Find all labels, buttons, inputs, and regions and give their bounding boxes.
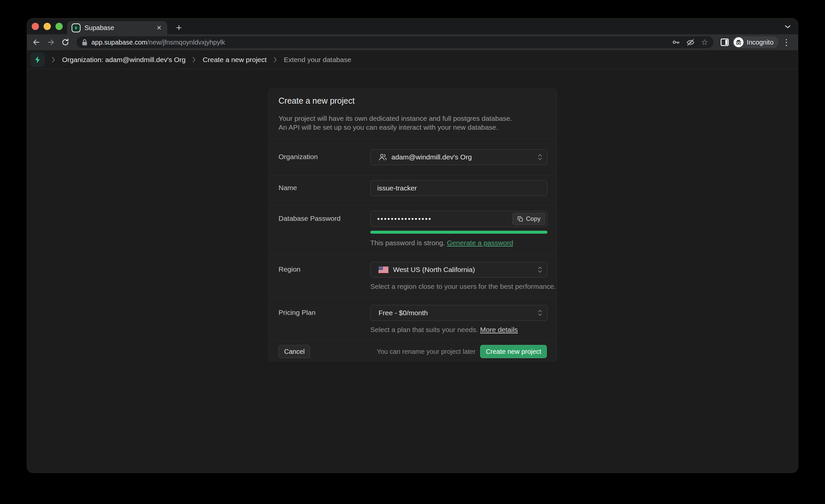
select-chevron-icon [538,149,542,165]
create-new-project-button[interactable]: Create new project [480,345,547,358]
chevron-right-icon [192,57,196,63]
eye-hidden-icon[interactable] [686,38,695,47]
region-label: Region [279,265,301,273]
tab-search-chevron-icon[interactable] [783,22,792,31]
create-project-card: Create a new project Your project will h… [268,88,557,361]
copy-label: Copy [526,215,540,222]
password-strength-text: This password is strong. [370,239,445,246]
browser-menu-icon[interactable]: ⋮ [780,37,793,48]
description-line-2: An API will be set up so you can easily … [279,123,512,132]
organization-label: Organization [279,153,318,161]
description-line-1: Your project will have its own dedicated… [279,114,512,123]
section-divider [269,205,557,205]
breadcrumb-extend-database: Extend your database [284,56,351,64]
password-key-icon[interactable] [672,38,680,47]
project-name-input[interactable]: issue-tracker [370,180,547,196]
password-strength-row: This password is strong. Generate a pass… [370,239,513,247]
page-title: Create a new project [279,96,355,105]
app-header: Organization: adam@windmill.dev's Org Cr… [27,50,798,69]
chevron-right-icon [52,57,56,63]
close-window-button[interactable] [32,23,39,30]
chevron-right-icon [273,57,277,63]
new-tab-button[interactable]: + [173,22,185,34]
supabase-logo[interactable] [30,53,45,67]
incognito-icon [734,37,744,47]
breadcrumb-create-project[interactable]: Create a new project [203,56,267,64]
region-value: West US (North California) [393,266,475,274]
section-divider [269,138,557,139]
url-bar[interactable]: app.supabase.com/new/jfnsmqoynldvxjyhpyl… [77,36,714,48]
lock-icon [82,39,87,46]
database-password-input[interactable]: •••••••••••••••• Copy [370,211,547,227]
incognito-label: Incognito [747,39,773,46]
select-chevron-icon [538,305,542,320]
breadcrumb-organization[interactable]: Organization: adam@windmill.dev's Org [62,56,185,64]
project-name-value: issue-tracker [377,184,417,192]
browser-window: Supabase × + app.supabase.c [27,18,798,473]
section-divider [269,255,557,255]
maximize-window-button[interactable] [56,23,63,30]
pricing-helper-row: Select a plan that suits your needs. Mor… [370,326,518,334]
card-footer: Cancel You can rename your project later… [269,345,557,358]
region-select[interactable]: West US (North California) [370,262,547,278]
tab-title: Supabase [84,24,151,32]
pricing-plan-value: Free - $0/month [378,309,428,317]
page-content: Create a new project Your project will h… [27,69,798,472]
copy-password-button[interactable]: Copy [513,213,545,225]
section-divider [269,297,557,298]
omnibox-action-icons: ☆ [672,38,708,47]
section-divider [269,340,557,341]
name-label: Name [279,184,297,192]
reload-button[interactable] [59,35,72,49]
pricing-plan-label: Pricing Plan [279,309,315,316]
minimize-window-button[interactable] [44,23,51,30]
select-chevron-icon [538,262,542,277]
url-text: app.supabase.com/new/jfnsmqoynldvxjyhpyl… [91,39,668,46]
footer-right-group: You can rename your project later Create… [377,345,547,358]
supabase-favicon-icon [72,23,80,32]
organization-value: adam@windmill.dev's Org [391,153,472,161]
us-flag-icon [378,266,388,273]
password-strength-bar [370,231,547,234]
url-path: /new/jfnsmqoynldvxjyhpylk [147,39,225,46]
organization-select[interactable]: adam@windmill.dev's Org [370,149,547,165]
pricing-plan-select[interactable]: Free - $0/month [370,305,547,321]
generate-password-link[interactable]: Generate a password [447,239,513,246]
database-password-label: Database Password [279,215,341,222]
card-description: Your project will have its own dedicated… [279,114,512,132]
cancel-button[interactable]: Cancel [279,345,310,358]
more-details-link[interactable]: More details [480,326,518,333]
password-masked-value: •••••••••••••••• [377,215,432,223]
pricing-helper-text: Select a plan that suits your needs. [370,326,478,333]
browser-tab-supabase[interactable]: Supabase × [67,21,167,34]
tab-close-icon[interactable]: × [155,23,163,32]
users-icon [378,153,387,161]
back-button[interactable] [30,35,43,49]
section-divider [269,175,557,175]
bookmark-star-icon[interactable]: ☆ [701,38,708,46]
url-domain: app.supabase.com [91,39,147,46]
tab-strip: Supabase × + [27,18,798,34]
region-helper-text: Select a region close to your users for … [370,283,556,290]
side-panel-icon[interactable] [718,35,731,49]
forward-button[interactable] [44,35,57,49]
browser-toolbar: app.supabase.com/new/jfnsmqoynldvxjyhpyl… [27,34,798,50]
window-controls [32,23,63,30]
incognito-badge: Incognito [733,36,779,48]
rename-note: You can rename your project later [377,348,475,355]
desktop-background: Supabase × + app.supabase.c [0,0,825,504]
